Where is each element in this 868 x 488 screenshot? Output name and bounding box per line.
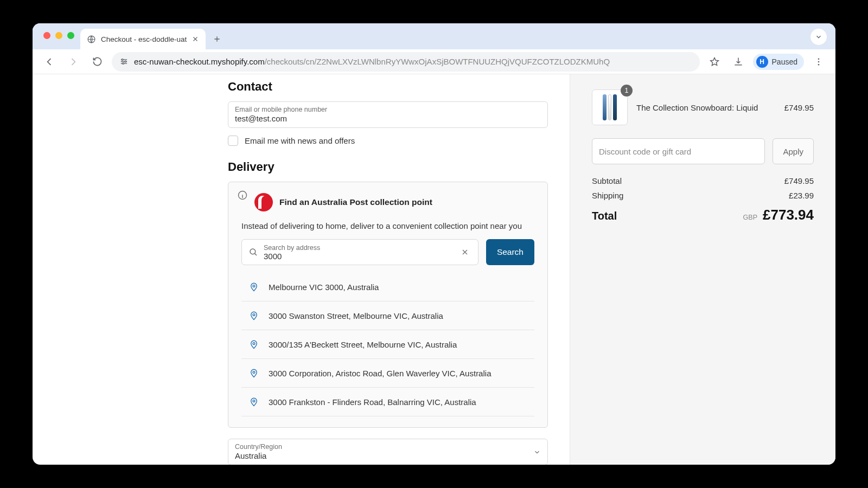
svg-point-12 — [253, 371, 255, 374]
location-pin-icon — [249, 310, 259, 322]
apply-button[interactable]: Apply — [773, 138, 814, 164]
svg-point-5 — [818, 61, 820, 62]
svg-point-11 — [253, 343, 255, 345]
contact-heading: Contact — [228, 80, 548, 94]
maximize-window-icon[interactable] — [67, 32, 74, 39]
country-label: Country/Region — [235, 443, 541, 451]
page-content: Contact Email or mobile phone number tes… — [33, 74, 835, 465]
search-result[interactable]: 3000/135 A'Beckett Street, Melbourne VIC… — [241, 330, 534, 359]
site-settings-icon[interactable] — [119, 57, 129, 66]
discount-code-field[interactable]: Discount code or gift card — [592, 138, 765, 164]
total-label: Total — [592, 210, 617, 222]
browser-tab[interactable]: Checkout - esc-doddle-uat — [80, 29, 206, 49]
search-button[interactable]: Search — [486, 239, 534, 265]
delivery-heading: Delivery — [228, 160, 548, 174]
country-field[interactable]: Country/Region Australia — [228, 439, 548, 465]
downloads-button[interactable] — [729, 53, 748, 71]
result-text: 3000 Corporation, Aristoc Road, Glen Wav… — [269, 369, 491, 378]
url-text: esc-nuwan-checkout.myshopify.com/checkou… — [134, 57, 610, 66]
news-checkbox[interactable] — [228, 136, 238, 146]
quantity-badge: 1 — [621, 85, 633, 97]
address-bar[interactable]: esc-nuwan-checkout.myshopify.com/checkou… — [112, 52, 700, 72]
collection-point-card: Find an Australia Post collection point … — [228, 182, 548, 428]
svg-point-3 — [123, 63, 124, 65]
result-text: 3000 Frankston - Flinders Road, Balnarri… — [269, 397, 476, 407]
reload-button[interactable] — [88, 53, 106, 71]
cart-item: 1 The Collection Snowboard: Liquid £749.… — [592, 89, 814, 125]
info-icon — [237, 190, 248, 201]
checkout-main: Contact Email or mobile phone number tes… — [33, 74, 570, 465]
search-results: Melbourne VIC 3000, Australia 3000 Swans… — [241, 273, 534, 416]
email-field[interactable]: Email or mobile phone number test@test.c… — [228, 101, 548, 128]
svg-point-4 — [818, 58, 820, 60]
shipping-value: £23.99 — [789, 191, 814, 200]
browser-toolbar: esc-nuwan-checkout.myshopify.com/checkou… — [33, 49, 835, 74]
location-pin-icon — [249, 367, 259, 379]
forward-button[interactable] — [64, 53, 82, 71]
tabs-dropdown-button[interactable] — [810, 29, 827, 45]
chevron-down-icon — [533, 448, 541, 456]
window-controls — [43, 32, 74, 39]
subtotal-label: Subtotal — [592, 176, 622, 185]
search-icon — [248, 247, 258, 257]
close-tab-icon[interactable] — [192, 35, 199, 43]
svg-point-2 — [125, 61, 126, 62]
product-name: The Collection Snowboard: Liquid — [636, 103, 776, 112]
order-summary: 1 The Collection Snowboard: Liquid £749.… — [570, 74, 835, 465]
bookmark-button[interactable] — [705, 53, 724, 71]
currency-code: GBP — [743, 214, 757, 221]
total-row: Total GBP £773.94 — [592, 207, 814, 223]
svg-point-10 — [253, 314, 255, 316]
back-button[interactable] — [40, 53, 59, 71]
collection-point-title: Find an Australia Post collection point — [279, 197, 432, 207]
discount-placeholder: Discount code or gift card — [599, 147, 691, 156]
result-text: Melbourne VIC 3000, Australia — [269, 282, 379, 292]
search-address-field[interactable]: Search by address 3000 — [241, 239, 478, 265]
menu-button[interactable] — [809, 53, 828, 71]
search-label: Search by address — [264, 244, 458, 252]
search-result[interactable]: 3000 Swanston Street, Melbourne VIC, Aus… — [241, 301, 534, 330]
subtotal-row: Subtotal £749.95 — [592, 176, 814, 185]
result-text: 3000 Swanston Street, Melbourne VIC, Aus… — [269, 311, 443, 320]
svg-point-8 — [250, 249, 256, 254]
minimize-window-icon[interactable] — [55, 32, 62, 39]
tab-strip: Checkout - esc-doddle-uat — [33, 23, 835, 49]
location-pin-icon — [249, 338, 259, 350]
result-text: 3000/135 A'Beckett Street, Melbourne VIC… — [269, 340, 457, 349]
total-value: £773.94 — [763, 207, 814, 223]
close-window-icon[interactable] — [43, 32, 50, 39]
new-tab-button[interactable] — [209, 31, 225, 47]
search-result[interactable]: Melbourne VIC 3000, Australia — [241, 273, 534, 301]
collection-point-description: Instead of delivering to home, deliver t… — [241, 221, 534, 230]
email-label: Email or mobile phone number — [235, 106, 541, 113]
search-result[interactable]: 3000 Corporation, Aristoc Road, Glen Wav… — [241, 359, 534, 388]
location-pin-icon — [249, 281, 259, 293]
svg-point-9 — [253, 285, 255, 287]
australia-post-logo-icon — [254, 193, 273, 211]
search-value: 3000 — [264, 252, 458, 261]
product-price: £749.95 — [784, 103, 814, 112]
svg-point-1 — [122, 59, 123, 61]
country-value: Australia — [235, 451, 541, 460]
shipping-label: Shipping — [592, 191, 623, 200]
svg-point-13 — [253, 400, 255, 402]
globe-icon — [87, 35, 96, 44]
profile-status: Paused — [772, 57, 797, 66]
subtotal-value: £749.95 — [784, 176, 814, 185]
browser-window: Checkout - esc-doddle-uat esc-nuwan-chec… — [33, 23, 835, 465]
toolbar-right: H Paused — [705, 53, 828, 71]
tab-title: Checkout - esc-doddle-uat — [101, 35, 187, 43]
avatar: H — [756, 56, 768, 68]
search-result[interactable]: 3000 Frankston - Flinders Road, Balnarri… — [241, 388, 534, 416]
location-pin-icon — [249, 396, 259, 408]
profile-chip[interactable]: H Paused — [753, 54, 804, 70]
shipping-row: Shipping £23.99 — [592, 191, 814, 200]
clear-search-button[interactable] — [458, 246, 471, 259]
email-value: test@test.com — [235, 114, 541, 123]
news-label: Email me with news and offers — [245, 136, 355, 145]
svg-point-6 — [818, 63, 820, 65]
